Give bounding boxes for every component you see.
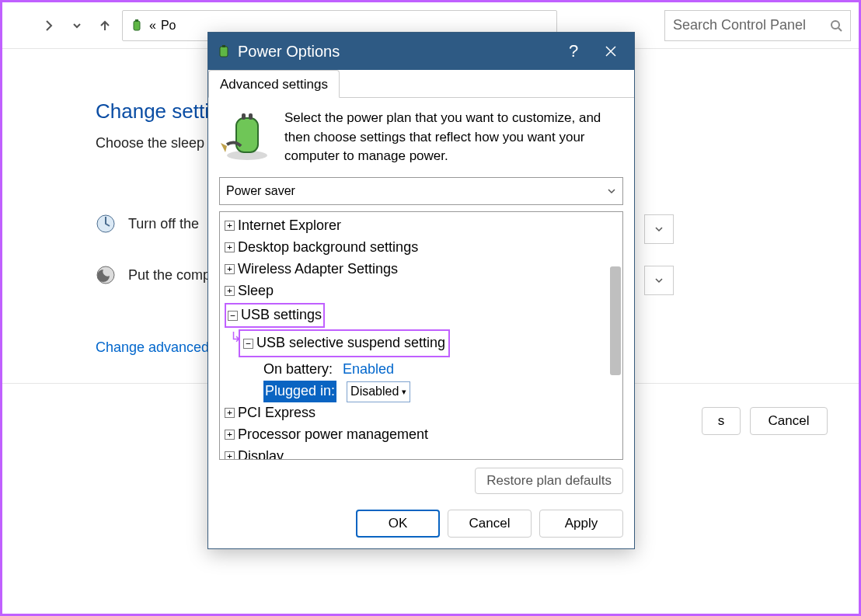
sleep-label: Put the comp xyxy=(128,267,211,284)
help-button[interactable]: ? xyxy=(558,36,589,67)
tree-item-sleep[interactable]: +Sleep xyxy=(225,280,618,302)
expand-icon[interactable]: + xyxy=(225,286,235,296)
breadcrumb-prefix: « xyxy=(149,19,156,33)
svg-rect-6 xyxy=(222,45,225,47)
nav-forward[interactable] xyxy=(38,15,60,37)
expand-icon[interactable]: + xyxy=(225,430,235,440)
dialog-title: Power Options xyxy=(238,43,340,61)
svg-rect-10 xyxy=(249,113,253,120)
svg-rect-9 xyxy=(242,113,246,120)
save-changes-button-partial[interactable]: s xyxy=(702,407,741,435)
power-plan-value: Power saver xyxy=(226,184,295,198)
breadcrumb-text: Po xyxy=(161,19,176,33)
tree-item-processor-power[interactable]: +Processor power management xyxy=(225,424,618,446)
battery-large-icon xyxy=(219,109,275,165)
chevron-down-icon xyxy=(607,186,616,196)
apply-button[interactable]: Apply xyxy=(539,510,623,538)
expand-icon[interactable]: + xyxy=(225,242,235,252)
dialog-intro-text: Select the power plan that you want to c… xyxy=(284,109,623,166)
cancel-button-bg[interactable]: Cancel xyxy=(750,407,828,435)
power-options-dialog: Power Options ? Advanced settings Select… xyxy=(207,32,635,549)
turn-off-display-label: Turn off the xyxy=(128,216,199,232)
display-dropdown[interactable] xyxy=(644,214,674,244)
nav-recent-dropdown[interactable] xyxy=(66,15,88,37)
sleep-icon xyxy=(96,265,116,285)
display-icon xyxy=(96,214,116,234)
scrollbar-thumb[interactable] xyxy=(610,266,621,375)
tree-item-display-setting[interactable]: +Display xyxy=(225,446,618,460)
tree-item-desktop-background[interactable]: +Desktop background settings xyxy=(225,237,618,259)
tab-strip: Advanced settings xyxy=(208,70,634,98)
on-battery-row[interactable]: On battery: Enabled xyxy=(225,359,618,381)
chevron-down-icon: ▾ xyxy=(402,385,406,398)
search-input[interactable]: Search Control Panel xyxy=(664,10,851,41)
nav-back[interactable] xyxy=(10,15,32,37)
change-advanced-link[interactable]: Change advanced xyxy=(96,339,209,356)
power-plan-select[interactable]: Power saver xyxy=(219,177,623,205)
cancel-button[interactable]: Cancel xyxy=(448,510,532,538)
restore-defaults-button[interactable]: Restore plan defaults xyxy=(475,468,623,494)
svg-rect-1 xyxy=(135,19,138,22)
svg-rect-5 xyxy=(220,47,228,57)
on-battery-value[interactable]: Enabled xyxy=(343,359,394,381)
tree-item-wireless-adapter[interactable]: +Wireless Adapter Settings xyxy=(225,259,618,280)
plugged-in-row[interactable]: Plugged in: Disabled▾ xyxy=(225,381,618,402)
nav-up[interactable] xyxy=(94,15,116,37)
ok-button[interactable]: OK xyxy=(356,510,440,538)
tab-advanced-settings[interactable]: Advanced settings xyxy=(208,70,340,98)
expand-icon[interactable]: + xyxy=(225,408,235,418)
expand-icon[interactable]: + xyxy=(225,264,235,274)
expand-icon[interactable]: + xyxy=(225,221,235,231)
tree-item-internet-explorer[interactable]: +Internet Explorer xyxy=(225,215,618,237)
expand-icon[interactable]: + xyxy=(225,451,235,460)
close-button[interactable] xyxy=(595,36,626,67)
search-placeholder: Search Control Panel xyxy=(673,17,806,33)
settings-tree[interactable]: +Internet Explorer +Desktop background s… xyxy=(219,211,623,460)
tree-item-usb-settings[interactable]: −USB settings xyxy=(225,303,325,328)
collapse-icon[interactable]: − xyxy=(243,339,253,349)
sleep-dropdown[interactable] xyxy=(644,266,674,295)
tree-item-usb-selective-suspend[interactable]: −USB selective suspend setting xyxy=(239,329,450,357)
annotation-arrow: ↳ xyxy=(230,327,242,349)
svg-point-2 xyxy=(831,21,839,29)
svg-rect-0 xyxy=(134,21,140,30)
battery-small-icon xyxy=(216,44,232,59)
dialog-titlebar[interactable]: Power Options ? xyxy=(208,33,634,70)
address-icon xyxy=(129,18,145,33)
collapse-icon[interactable]: − xyxy=(228,311,238,321)
search-icon xyxy=(830,19,842,32)
svg-rect-8 xyxy=(236,118,258,152)
plugged-in-select[interactable]: Disabled▾ xyxy=(347,381,410,402)
tree-item-pci-express[interactable]: +PCI Express xyxy=(225,402,618,424)
plugged-in-label: Plugged in: xyxy=(263,381,336,402)
